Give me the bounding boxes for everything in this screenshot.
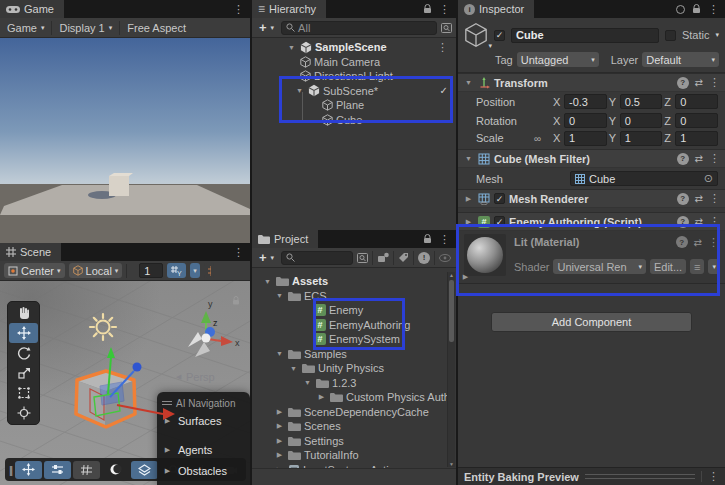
kebab-icon[interactable]: ⋮	[709, 193, 720, 204]
lock-icon[interactable]	[423, 4, 432, 14]
add-component-button[interactable]: Add Component	[491, 312, 692, 332]
help-icon[interactable]: ?	[677, 77, 689, 89]
project-row-assets[interactable]: ▼ Assets	[252, 274, 456, 289]
hierarchy-row-samplescene[interactable]: ▼ SampleScene ⋮	[252, 40, 456, 55]
kebab-icon[interactable]: ⋮	[439, 4, 450, 15]
record-circle-icon[interactable]	[676, 5, 685, 14]
presets-icon[interactable]: ⇄	[695, 77, 703, 88]
shader-dropdown[interactable]: Universal Ren ▾	[553, 259, 645, 274]
project-row-ecs[interactable]: ▼ ECS	[252, 289, 456, 304]
project-scrollbar[interactable]: ▲ ▼	[447, 272, 455, 467]
material-more-dropdown[interactable]: ▾	[708, 259, 720, 274]
display-dropdown[interactable]: Display 1 ▾	[56, 22, 115, 34]
material-list-button[interactable]: ≡	[690, 259, 704, 274]
foldout-closed-icon[interactable]: ▶	[460, 273, 471, 281]
kebab-icon[interactable]: ⋮	[708, 4, 719, 15]
menu-item-agents[interactable]: ▶ Agents	[162, 439, 245, 460]
active-checkbox[interactable]: ✓	[494, 30, 505, 41]
object-picker-icon[interactable]: ⊙	[704, 172, 713, 185]
tab-game[interactable]: Game	[0, 0, 64, 18]
script-enabled-checkbox[interactable]: ✓	[494, 216, 505, 227]
project-row-unity-physics[interactable]: ▼ Unity Physics	[252, 361, 456, 376]
hierarchy-search-input[interactable]: All	[281, 21, 437, 35]
foldout-open-icon[interactable]: ▼	[463, 155, 474, 162]
project-row-samples[interactable]: ▼ Samples	[252, 347, 456, 362]
tag-dropdown[interactable]: Untagged ▾	[517, 52, 599, 67]
foldout-open-icon[interactable]: ▼	[463, 79, 474, 86]
orientation-dropdown[interactable]: Local ▾	[69, 263, 123, 278]
alert-icon[interactable]: !	[418, 252, 430, 264]
project-row-tutorialinfo[interactable]: ▶ TutorialInfo	[252, 448, 456, 463]
project-row-123[interactable]: ▼ 1.2.3	[252, 376, 456, 391]
foldout-closed-icon[interactable]: ▶	[463, 195, 474, 203]
kebab-icon[interactable]: ⋮	[708, 237, 719, 248]
help-icon[interactable]: ?	[676, 236, 688, 248]
presets-icon[interactable]: ⇄	[695, 153, 703, 164]
hierarchy-row-directional-light[interactable]: Directional Light	[252, 69, 456, 84]
game-viewport[interactable]	[0, 38, 250, 243]
drag-handle-icon[interactable]: ||	[9, 464, 13, 476]
help-icon[interactable]: ?	[677, 193, 689, 205]
foldout-open-icon[interactable]: ▼	[288, 365, 299, 372]
hand-tool-button[interactable]	[9, 303, 38, 323]
kebab-icon[interactable]: ⋮	[701, 471, 719, 482]
overlay-settings-button[interactable]	[44, 461, 71, 479]
position-y-field[interactable]: 0.5	[620, 94, 663, 109]
kebab-icon[interactable]: ⋮	[709, 77, 720, 88]
position-z-field[interactable]: 0	[675, 94, 718, 109]
grid-snap-toggle[interactable]: Y	[167, 263, 186, 278]
name-field[interactable]: Cube	[511, 28, 659, 43]
pivot-dropdown[interactable]: Center ▾	[4, 263, 65, 278]
add-object-button[interactable]: + ▾	[256, 20, 277, 35]
scale-x-field[interactable]: 1	[564, 131, 607, 146]
transform-header[interactable]: ▼ Transform ? ⇄ ⋮	[458, 73, 725, 92]
overlay-move-button[interactable]	[15, 461, 42, 479]
foldout-closed-icon[interactable]: ▶	[274, 408, 285, 416]
foldout-closed-icon[interactable]: ▶	[316, 393, 327, 401]
hierarchy-row-cube[interactable]: Cube	[252, 113, 456, 128]
grid-size-field[interactable]: 1	[139, 263, 163, 278]
lock-icon[interactable]	[423, 234, 432, 244]
rotation-z-field[interactable]: 0	[675, 113, 718, 128]
kebab-icon[interactable]: ⋮	[439, 234, 450, 245]
presets-icon[interactable]: ⇄	[694, 237, 702, 248]
project-row-custom-physics[interactable]: ▶ Custom Physics Auth	[252, 390, 456, 405]
transform-tool-button[interactable]	[9, 403, 38, 423]
foldout-closed-icon[interactable]: ▶	[274, 437, 285, 445]
kebab-icon[interactable]: ⋮	[709, 216, 720, 227]
project-row-enemy[interactable]: # Enemy	[252, 303, 456, 318]
tab-hierarchy[interactable]: ≡ Hierarchy	[252, 0, 326, 18]
project-row-scenedependencycache[interactable]: ▶ SceneDependencyCache	[252, 405, 456, 420]
material-thumbnail[interactable]	[464, 234, 506, 276]
aspect-dropdown[interactable]: Free Aspect	[124, 22, 189, 34]
add-asset-button[interactable]: + ▾	[256, 250, 277, 265]
scale-tool-button[interactable]	[9, 363, 38, 383]
rotation-x-field[interactable]: 0	[564, 113, 607, 128]
foldout-closed-icon[interactable]: ▶	[274, 451, 285, 459]
entity-baking-preview-bar[interactable]: Entity Baking Preview ⋮	[458, 467, 725, 485]
overlay-grid-button[interactable]	[73, 461, 100, 479]
mesh-object-field[interactable]: Cube ⊙	[570, 171, 718, 186]
chevron-down-icon[interactable]: ▾	[715, 31, 719, 39]
overlay-lighting-button[interactable]	[102, 461, 129, 479]
kebab-icon[interactable]: ⋮	[709, 153, 720, 164]
lock-icon[interactable]	[692, 4, 701, 14]
project-row-settings[interactable]: ▶ Settings	[252, 434, 456, 449]
rotate-tool-button[interactable]	[9, 343, 38, 363]
tab-inspector[interactable]: i Inspector	[458, 0, 534, 18]
search-by-type-button[interactable]	[357, 253, 368, 263]
link-scale-icon[interactable]: ∞	[534, 133, 551, 144]
foldout-open-icon[interactable]: ▼	[286, 44, 297, 51]
presets-icon[interactable]: ⇄	[695, 193, 703, 204]
renderer-enabled-checkbox[interactable]: ✓	[494, 193, 505, 204]
project-row-scenes[interactable]: ▶ Scenes	[252, 419, 456, 434]
position-x-field[interactable]: -0.3	[564, 94, 607, 109]
foldout-open-icon[interactable]: ▼	[274, 350, 285, 357]
kebab-icon[interactable]: ⋮	[437, 42, 456, 53]
hierarchy-row-subscene[interactable]: ▼ SubScene* ✓	[252, 84, 456, 99]
hierarchy-row-main-camera[interactable]: Main Camera	[252, 55, 456, 70]
presets-icon[interactable]: ⇄	[695, 216, 703, 227]
foldout-open-icon[interactable]: ▼	[294, 87, 305, 94]
tag-icon[interactable]	[398, 252, 409, 263]
static-checkbox[interactable]	[665, 30, 676, 41]
